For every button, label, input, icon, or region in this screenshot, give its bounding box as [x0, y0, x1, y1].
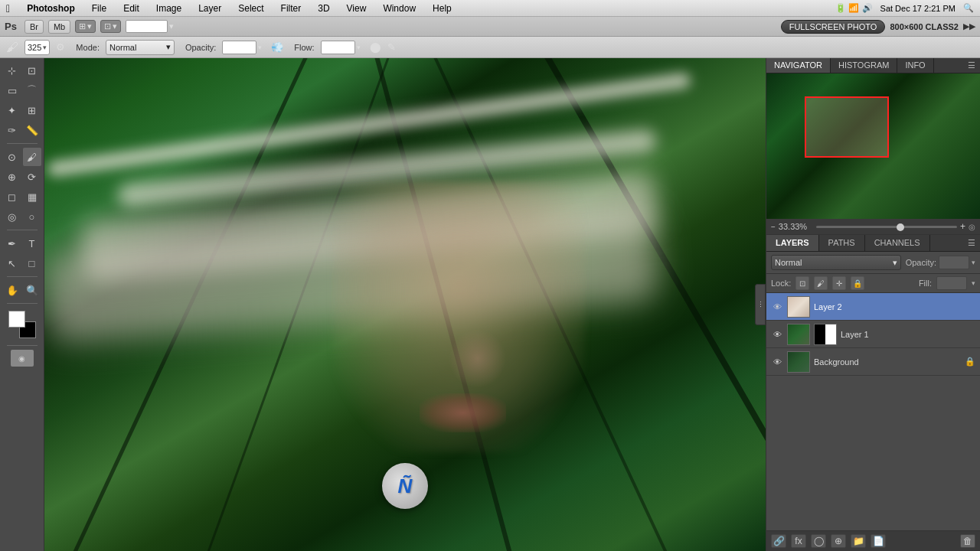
lips-hint — [420, 393, 506, 433]
file-menu[interactable]: File — [89, 3, 109, 14]
zoom-out-btn[interactable]: − — [771, 223, 776, 231]
clone-tool[interactable]: ⊕ — [3, 168, 21, 186]
flow-input[interactable]: 4% — [321, 41, 355, 54]
opacity-input[interactable]: 100% — [222, 41, 256, 54]
quick-mask-btn[interactable]: ◉ — [11, 350, 34, 367]
tab-info[interactable]: INFO — [897, 58, 933, 73]
fullscreen-btn[interactable]: FULLSCREEN PHOTO — [781, 20, 886, 34]
crop-tool[interactable]: ⊞ — [23, 101, 41, 119]
spot-heal-tool[interactable]: ⊙ — [3, 148, 21, 166]
help-menu[interactable]: Help — [430, 3, 455, 14]
layer1-visibility[interactable]: 👁 — [771, 328, 783, 341]
tab-paths[interactable]: PATHS — [819, 235, 865, 251]
zoom-in-btn[interactable]: + — [960, 221, 965, 232]
opacity-value-input[interactable]: 100% — [939, 256, 969, 269]
opacity-stepper[interactable]: ▾ — [972, 259, 975, 266]
tab-histogram[interactable]: HISTOGRAM — [831, 58, 897, 73]
bridge-btn[interactable]: Br — [24, 20, 44, 34]
tab-navigator[interactable]: NAVIGATOR — [766, 58, 831, 73]
layers-panel-options[interactable]: ☰ — [963, 235, 980, 251]
watermark-letter: Ñ — [398, 474, 413, 498]
app-menu[interactable]: Photoshop — [24, 3, 78, 14]
panel-options-btn[interactable]: ☰ — [963, 58, 980, 73]
zoom-slider-handle — [897, 223, 904, 231]
nav-viewport-box[interactable] — [805, 96, 889, 158]
layer-style-btn[interactable]: fx — [791, 534, 806, 548]
3d-menu[interactable]: 3D — [315, 3, 332, 14]
layer1-name: Layer 1 — [841, 330, 975, 339]
tab-layers[interactable]: LAYERS — [766, 235, 819, 251]
shape-tool[interactable]: □ — [23, 254, 41, 272]
mode-label: Mode: — [76, 43, 100, 52]
edit-menu[interactable]: Edit — [120, 3, 142, 14]
brush-options-icon[interactable]: 🖌 — [6, 41, 18, 54]
eyedropper-tool[interactable]: ✑ — [3, 121, 21, 139]
zoom-tool[interactable]: 🔍 — [23, 281, 41, 299]
lock-pixels-btn[interactable]: ⊡ — [795, 276, 809, 290]
mode-select[interactable]: Normal ▾ — [106, 40, 175, 55]
layout-options[interactable]: ⊞ ▾ — [75, 20, 96, 33]
tool-row-6: ⊕ ⟳ — [3, 168, 41, 186]
canvas-area: Ñ ⋮ — [44, 58, 766, 551]
flow-icon[interactable]: ⬤ — [370, 41, 381, 53]
airbrush-icon[interactable]: 💨 — [271, 41, 283, 53]
adjustment-layer-btn[interactable]: ⊕ — [831, 534, 846, 548]
link-layers-btn[interactable]: 🔗 — [771, 534, 786, 548]
magic-wand-tool[interactable]: ✦ — [3, 101, 21, 119]
lock-paint-btn[interactable]: 🖌 — [814, 276, 828, 290]
blend-mode-select[interactable]: Normal ▾ — [771, 255, 901, 270]
fill-stepper[interactable]: ▾ — [972, 279, 975, 287]
add-mask-btn[interactable]: ◯ — [811, 534, 826, 548]
blur-tool[interactable]: ◎ — [3, 207, 21, 226]
tab-channels[interactable]: CHANNELS — [865, 235, 930, 251]
brush-picker-icon[interactable]: ⚙ — [56, 41, 65, 53]
new-layer-btn[interactable]: 📄 — [871, 534, 886, 548]
layer2-visibility[interactable]: 👁 — [771, 301, 783, 313]
window-menu[interactable]: Window — [380, 3, 419, 14]
path-select-tool[interactable]: ↖ — [3, 254, 21, 272]
zoom-nav-icon[interactable]: ◎ — [969, 223, 975, 231]
delete-layer-btn[interactable]: 🗑 — [960, 534, 975, 548]
arrange-options[interactable]: ⊡ ▾ — [100, 20, 121, 33]
fill-value-input[interactable]: 100% — [936, 276, 967, 290]
type-tool[interactable]: T — [23, 234, 41, 253]
history-brush-tool[interactable]: ⟳ — [23, 168, 41, 186]
ruler-tool[interactable]: 📏 — [23, 121, 41, 139]
brush-size-control[interactable]: 325 ▾ — [24, 40, 50, 55]
eraser-tool[interactable]: ◻ — [3, 187, 21, 206]
layer-row-layer1[interactable]: 👁 Layer 1 — [766, 321, 980, 348]
lasso-tool[interactable]: ⌒ — [23, 81, 41, 99]
filter-menu[interactable]: Filter — [278, 3, 305, 14]
search-icon[interactable]: 🔍 — [963, 3, 974, 13]
view-menu[interactable]: View — [344, 3, 370, 14]
layer-menu[interactable]: Layer — [195, 3, 224, 14]
image-menu[interactable]: Image — [153, 3, 185, 14]
color-swatches[interactable] — [8, 311, 36, 338]
gradient-tool[interactable]: ▦ — [23, 187, 41, 206]
mb-btn[interactable]: Mb — [48, 20, 70, 34]
apple-menu[interactable]:  — [6, 2, 10, 15]
layer-row-background[interactable]: 👁 Background 🔒 — [766, 348, 980, 376]
lock-all-btn[interactable]: 🔒 — [851, 276, 864, 290]
menu-icons: 🔋 📶 🔊 — [835, 3, 872, 13]
background-visibility[interactable]: 👁 — [771, 356, 783, 368]
zoom-slider[interactable] — [816, 226, 957, 228]
panel-toggle[interactable]: ⋮ — [755, 284, 766, 325]
layer-row-layer2[interactable]: 👁 Layer 2 — [766, 293, 980, 321]
foreground-color-swatch[interactable] — [8, 311, 25, 328]
opacity-label: Opacity: — [906, 258, 936, 267]
marquee-tool[interactable]: ▭ — [3, 81, 21, 99]
hand-tool[interactable]: ✋ — [3, 281, 21, 299]
zoom-input[interactable]: 33.3% — [126, 20, 168, 33]
stylus-icon[interactable]: ✎ — [387, 41, 396, 53]
expand-icon[interactable]: ▶▶ — [963, 21, 975, 31]
pen-tool[interactable]: ✒ — [3, 234, 21, 253]
lock-move-btn[interactable]: ✛ — [832, 276, 846, 290]
brush-tool[interactable]: 🖌 — [23, 148, 41, 166]
dodge-tool[interactable]: ○ — [23, 207, 41, 226]
select-menu[interactable]: Select — [235, 3, 266, 14]
new-group-btn[interactable]: 📁 — [851, 534, 866, 548]
artboard-tool[interactable]: ⊡ — [23, 61, 41, 80]
move-tool[interactable]: ⊹ — [3, 61, 21, 80]
navigator-preview — [766, 73, 980, 219]
